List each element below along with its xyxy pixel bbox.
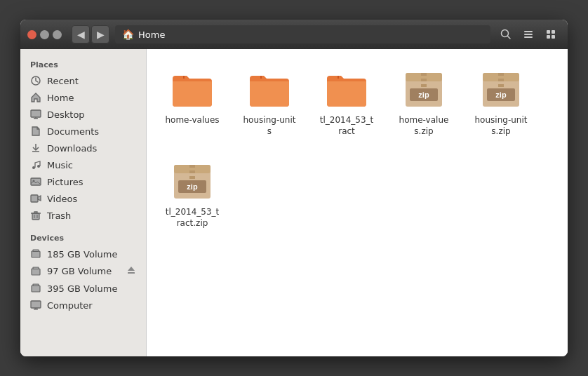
grid-view-button[interactable] (541, 25, 561, 44)
svg-rect-31 (33, 284, 39, 286)
svg-rect-17 (31, 178, 41, 185)
vol97-icon (30, 266, 41, 277)
music-icon (30, 159, 41, 170)
sidebar-item-vol97[interactable]: 97 GB Volume (20, 262, 146, 280)
svg-rect-3 (524, 34, 533, 35)
vol395-label: 395 GB Volume (47, 283, 117, 294)
file-grid: home-values housing-units (161, 63, 554, 233)
places-section-title: Places (20, 56, 146, 72)
sidebar-item-trash[interactable]: Trash (20, 207, 146, 224)
titlebar: ◀ ▶ 🏠 Home (20, 20, 568, 49)
svg-rect-26 (32, 269, 40, 275)
zip-icon: zip (170, 159, 215, 204)
file-area: home-values housing-units (147, 49, 568, 356)
svg-rect-27 (33, 267, 39, 269)
svg-rect-8 (552, 35, 555, 39)
svg-rect-7 (547, 35, 550, 39)
file-item-home-values-zip[interactable]: zip home-values.zip (392, 63, 455, 141)
forward-button[interactable]: ▶ (91, 25, 109, 43)
pictures-icon (30, 176, 41, 187)
trash-icon (30, 210, 41, 221)
file-item-home-values-folder[interactable]: home-values (161, 63, 224, 141)
svg-text:zip: zip (495, 90, 507, 99)
file-manager-window: ◀ ▶ 🏠 Home (20, 20, 568, 356)
vol395-icon (30, 283, 41, 294)
location-text: Home (138, 29, 165, 40)
svg-rect-51 (498, 84, 504, 87)
file-name: tl_2014_53_tract.zip (165, 207, 220, 229)
svg-line-1 (508, 36, 511, 39)
location-bar[interactable]: 🏠 Home (115, 25, 490, 43)
svg-rect-2 (524, 31, 533, 32)
file-name: housing-units.zip (474, 115, 528, 137)
folder-icon (170, 67, 215, 112)
search-button[interactable] (496, 25, 516, 44)
svg-rect-49 (498, 73, 504, 76)
file-name: tl_2014_53_tract (319, 115, 374, 137)
computer-label: Computer (47, 300, 93, 311)
trash-label: Trash (47, 210, 71, 221)
svg-rect-59 (189, 176, 195, 179)
list-view-button[interactable] (519, 25, 538, 44)
svg-rect-29 (128, 272, 135, 274)
documents-icon (30, 126, 41, 137)
svg-rect-5 (547, 30, 550, 34)
home-label: Home (47, 93, 74, 103)
svg-rect-43 (421, 84, 427, 87)
desktop-icon (30, 109, 41, 120)
file-item-tl2014-folder[interactable]: tl_2014_53_tract (315, 63, 378, 141)
sidebar-item-vol395[interactable]: 395 GB Volume (20, 280, 146, 297)
computer-icon (30, 300, 41, 311)
file-item-housing-units-folder[interactable]: housing-units (238, 63, 301, 141)
svg-rect-11 (34, 118, 38, 119)
sidebar-item-desktop[interactable]: Desktop (20, 106, 146, 123)
svg-marker-28 (128, 267, 135, 271)
svg-rect-41 (421, 73, 427, 76)
svg-rect-30 (32, 286, 40, 292)
main-content: Places Recent Home Desktop (20, 49, 568, 356)
eject-icon[interactable] (126, 265, 136, 277)
file-item-housing-units-zip[interactable]: zip housing-units.zip (469, 63, 533, 141)
svg-rect-25 (33, 250, 39, 252)
music-label: Music (47, 160, 73, 170)
svg-rect-20 (32, 213, 39, 220)
svg-rect-42 (421, 79, 427, 81)
sidebar-item-computer[interactable]: Computer (20, 297, 146, 314)
sidebar-item-documents[interactable]: Documents (20, 123, 146, 140)
svg-rect-57 (189, 165, 195, 168)
sidebar-item-videos[interactable]: Videos (20, 190, 146, 207)
devices-section-title: Devices (20, 229, 146, 246)
sidebar-item-music[interactable]: Music (20, 156, 146, 173)
home-sidebar-icon (30, 92, 41, 103)
file-name: housing-units (242, 115, 297, 137)
sidebar-item-downloads[interactable]: Downloads (20, 140, 146, 156)
svg-text:zip: zip (418, 90, 429, 99)
sidebar: Places Recent Home Desktop (20, 49, 147, 356)
window-buttons (27, 30, 62, 39)
recent-label: Recent (47, 76, 79, 86)
videos-icon (30, 193, 41, 204)
back-button[interactable]: ◀ (72, 25, 90, 43)
svg-text:zip: zip (187, 182, 198, 191)
sidebar-item-vol185[interactable]: 185 GB Volume (20, 246, 146, 262)
sidebar-item-recent[interactable]: Recent (20, 72, 146, 89)
videos-label: Videos (47, 194, 77, 204)
folder-icon (247, 67, 292, 112)
svg-rect-10 (31, 110, 41, 117)
maximize-button[interactable] (53, 30, 62, 39)
svg-rect-33 (34, 309, 38, 310)
sidebar-item-pictures[interactable]: Pictures (20, 173, 146, 190)
svg-rect-32 (31, 301, 41, 308)
zip-icon: zip (401, 67, 446, 112)
file-item-tl2014-zip[interactable]: zip tl_2014_53_tract.zip (161, 155, 224, 233)
svg-rect-4 (524, 36, 533, 38)
downloads-icon (30, 142, 41, 154)
recent-icon (30, 75, 41, 86)
file-name: home-values.zip (396, 115, 451, 137)
sidebar-item-home[interactable]: Home (20, 89, 146, 106)
svg-rect-19 (31, 195, 38, 202)
vol185-icon (30, 248, 41, 260)
close-button[interactable] (27, 30, 36, 39)
folder-icon (324, 67, 369, 112)
minimize-button[interactable] (40, 30, 49, 39)
